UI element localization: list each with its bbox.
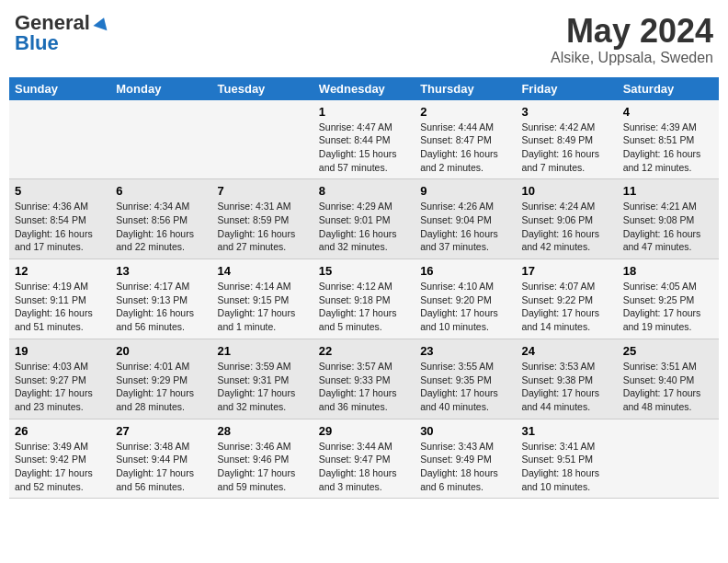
page-header: General Blue May 2024 Alsike, Uppsala, S… [9,9,719,70]
calendar-cell-day-14: 14Sunrise: 4:14 AM Sunset: 9:15 PM Dayli… [212,259,313,339]
calendar-cell-day-20: 20Sunrise: 4:01 AM Sunset: 9:29 PM Dayli… [110,339,211,419]
header-cell-saturday: Saturday [618,77,719,100]
calendar-cell-day-6: 6Sunrise: 4:34 AM Sunset: 8:56 PM Daylig… [110,179,211,259]
header-cell-monday: Monday [110,77,211,100]
logo-general-text: General [15,13,90,33]
day-number: 31 [521,424,611,438]
day-content: Sunrise: 4:44 AM Sunset: 8:47 PM Dayligh… [420,121,510,175]
calendar-cell-empty [618,419,719,499]
calendar-week-row: 12Sunrise: 4:19 AM Sunset: 9:11 PM Dayli… [9,259,719,339]
day-number: 28 [218,424,308,438]
day-number: 15 [319,264,409,278]
day-content: Sunrise: 4:36 AM Sunset: 8:54 PM Dayligh… [15,200,105,254]
day-number: 20 [116,344,206,358]
calendar-cell-day-30: 30Sunrise: 3:43 AM Sunset: 9:49 PM Dayli… [415,419,516,499]
calendar-cell-day-2: 2Sunrise: 4:44 AM Sunset: 8:47 PM Daylig… [415,100,516,179]
day-number: 2 [420,105,510,119]
calendar-cell-day-23: 23Sunrise: 3:55 AM Sunset: 9:35 PM Dayli… [415,339,516,419]
calendar-cell-day-12: 12Sunrise: 4:19 AM Sunset: 9:11 PM Dayli… [9,259,110,339]
calendar-cell-day-1: 1Sunrise: 4:47 AM Sunset: 8:44 PM Daylig… [313,100,415,179]
calendar-cell-day-3: 3Sunrise: 4:42 AM Sunset: 8:49 PM Daylig… [516,100,617,179]
logo-blue-text: Blue [15,33,59,53]
day-number: 12 [15,264,105,278]
calendar-cell-day-25: 25Sunrise: 3:51 AM Sunset: 9:40 PM Dayli… [618,339,719,419]
day-content: Sunrise: 4:34 AM Sunset: 8:56 PM Dayligh… [116,200,206,254]
calendar-cell-day-31: 31Sunrise: 3:41 AM Sunset: 9:51 PM Dayli… [516,419,617,499]
day-content: Sunrise: 4:29 AM Sunset: 9:01 PM Dayligh… [319,200,409,254]
day-content: Sunrise: 3:49 AM Sunset: 9:42 PM Dayligh… [15,440,105,494]
day-content: Sunrise: 4:10 AM Sunset: 9:20 PM Dayligh… [420,280,510,334]
calendar-cell-day-5: 5Sunrise: 4:36 AM Sunset: 8:54 PM Daylig… [9,179,110,259]
day-number: 13 [116,264,206,278]
day-number: 1 [319,105,409,119]
calendar-cell-day-17: 17Sunrise: 4:07 AM Sunset: 9:22 PM Dayli… [516,259,617,339]
day-content: Sunrise: 4:24 AM Sunset: 9:06 PM Dayligh… [521,200,611,254]
header-cell-friday: Friday [516,77,617,100]
day-number: 30 [420,424,510,438]
day-number: 23 [420,344,510,358]
calendar-cell-day-15: 15Sunrise: 4:12 AM Sunset: 9:18 PM Dayli… [313,259,415,339]
day-content: Sunrise: 3:41 AM Sunset: 9:51 PM Dayligh… [521,440,611,494]
title-block: May 2024 Alsike, Uppsala, Sweden [551,13,713,66]
calendar-cell-day-4: 4Sunrise: 4:39 AM Sunset: 8:51 PM Daylig… [618,100,719,179]
day-number: 19 [15,344,105,358]
calendar-cell-day-22: 22Sunrise: 3:57 AM Sunset: 9:33 PM Dayli… [313,339,415,419]
day-number: 11 [623,184,713,198]
day-content: Sunrise: 3:53 AM Sunset: 9:38 PM Dayligh… [521,360,611,414]
day-number: 24 [521,344,611,358]
day-content: Sunrise: 4:17 AM Sunset: 9:13 PM Dayligh… [116,280,206,334]
day-number: 5 [15,184,105,198]
day-content: Sunrise: 3:59 AM Sunset: 9:31 PM Dayligh… [218,360,308,414]
day-content: Sunrise: 3:44 AM Sunset: 9:47 PM Dayligh… [319,440,409,494]
calendar-cell-empty [110,100,211,179]
day-number: 6 [116,184,206,198]
day-content: Sunrise: 4:14 AM Sunset: 9:15 PM Dayligh… [218,280,308,334]
header-cell-wednesday: Wednesday [313,77,415,100]
day-content: Sunrise: 4:47 AM Sunset: 8:44 PM Dayligh… [319,121,409,175]
day-content: Sunrise: 4:26 AM Sunset: 9:04 PM Dayligh… [420,200,510,254]
calendar-table: SundayMondayTuesdayWednesdayThursdayFrid… [9,77,719,500]
day-content: Sunrise: 4:03 AM Sunset: 9:27 PM Dayligh… [15,360,105,414]
day-content: Sunrise: 3:48 AM Sunset: 9:44 PM Dayligh… [116,440,206,494]
location-subtitle: Alsike, Uppsala, Sweden [551,50,713,66]
calendar-cell-day-8: 8Sunrise: 4:29 AM Sunset: 9:01 PM Daylig… [313,179,415,259]
day-content: Sunrise: 4:07 AM Sunset: 9:22 PM Dayligh… [521,280,611,334]
calendar-cell-day-9: 9Sunrise: 4:26 AM Sunset: 9:04 PM Daylig… [415,179,516,259]
day-number: 25 [623,344,713,358]
day-number: 8 [319,184,409,198]
day-content: Sunrise: 3:51 AM Sunset: 9:40 PM Dayligh… [623,360,713,414]
calendar-week-row: 26Sunrise: 3:49 AM Sunset: 9:42 PM Dayli… [9,419,719,499]
calendar-cell-day-24: 24Sunrise: 3:53 AM Sunset: 9:38 PM Dayli… [516,339,617,419]
calendar-cell-day-21: 21Sunrise: 3:59 AM Sunset: 9:31 PM Dayli… [212,339,313,419]
calendar-cell-empty [9,100,110,179]
day-number: 21 [218,344,308,358]
calendar-cell-day-16: 16Sunrise: 4:10 AM Sunset: 9:20 PM Dayli… [415,259,516,339]
day-content: Sunrise: 4:01 AM Sunset: 9:29 PM Dayligh… [116,360,206,414]
day-content: Sunrise: 4:39 AM Sunset: 8:51 PM Dayligh… [623,121,713,175]
day-content: Sunrise: 4:19 AM Sunset: 9:11 PM Dayligh… [15,280,105,334]
calendar-week-row: 1Sunrise: 4:47 AM Sunset: 8:44 PM Daylig… [9,100,719,179]
day-content: Sunrise: 4:31 AM Sunset: 8:59 PM Dayligh… [218,200,308,254]
calendar-cell-day-18: 18Sunrise: 4:05 AM Sunset: 9:25 PM Dayli… [618,259,719,339]
day-number: 16 [420,264,510,278]
day-content: Sunrise: 4:21 AM Sunset: 9:08 PM Dayligh… [623,200,713,254]
day-content: Sunrise: 3:46 AM Sunset: 9:46 PM Dayligh… [218,440,308,494]
day-content: Sunrise: 3:55 AM Sunset: 9:35 PM Dayligh… [420,360,510,414]
calendar-cell-day-26: 26Sunrise: 3:49 AM Sunset: 9:42 PM Dayli… [9,419,110,499]
logo: General Blue [15,13,109,53]
calendar-cell-day-28: 28Sunrise: 3:46 AM Sunset: 9:46 PM Dayli… [212,419,313,499]
day-number: 29 [319,424,409,438]
header-cell-thursday: Thursday [415,77,516,100]
month-year-title: May 2024 [551,13,713,50]
day-number: 7 [218,184,308,198]
day-number: 18 [623,264,713,278]
calendar-cell-day-29: 29Sunrise: 3:44 AM Sunset: 9:47 PM Dayli… [313,419,415,499]
header-cell-sunday: Sunday [9,77,110,100]
day-number: 17 [521,264,611,278]
calendar-cell-day-7: 7Sunrise: 4:31 AM Sunset: 8:59 PM Daylig… [212,179,313,259]
calendar-header-row: SundayMondayTuesdayWednesdayThursdayFrid… [9,77,719,100]
day-number: 10 [521,184,611,198]
day-number: 4 [623,105,713,119]
calendar-cell-day-10: 10Sunrise: 4:24 AM Sunset: 9:06 PM Dayli… [516,179,617,259]
calendar-cell-day-27: 27Sunrise: 3:48 AM Sunset: 9:44 PM Dayli… [110,419,211,499]
